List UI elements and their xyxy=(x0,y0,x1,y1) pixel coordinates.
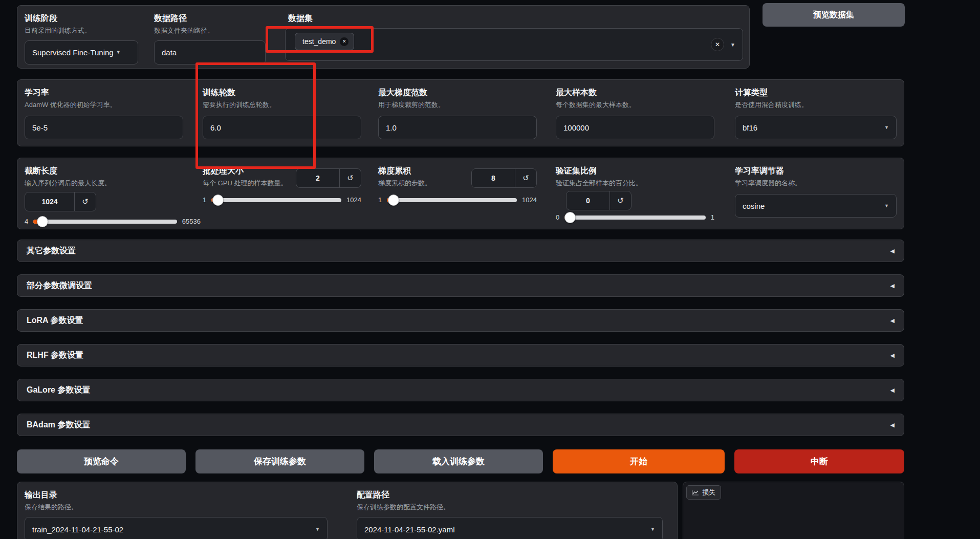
preview-command-button[interactable]: 预览命令 xyxy=(17,449,186,473)
load-args-button[interactable]: 载入训练参数 xyxy=(374,449,543,473)
config-path-value: 2024-11-04-21-55-02.yaml xyxy=(364,525,455,534)
reset-icon[interactable]: ↺ xyxy=(609,191,631,210)
accordion-label: 其它参数设置 xyxy=(27,245,76,256)
data-path-label: 数据路径 xyxy=(154,13,271,24)
grad-accum-slider[interactable] xyxy=(387,198,517,202)
cutoff-len-number-input[interactable]: 1024 ↺ xyxy=(25,192,96,211)
cutoff-len-slider[interactable] xyxy=(33,220,177,224)
slider-handle[interactable] xyxy=(564,212,576,223)
max-grad-norm-desc: 用于梯度裁剪的范数。 xyxy=(378,100,537,110)
val-size-number-input[interactable]: 0 ↺ xyxy=(566,191,631,210)
lr-scheduler-dropdown[interactable]: cosine ▼ xyxy=(735,194,897,218)
batch-size-value: 2 xyxy=(296,169,339,187)
grad-accum-field: 梯度累积 梯度累积的步数。 8 ↺ 1 1024 xyxy=(378,165,537,204)
val-size-desc: 验证集占全部样本的百分比。 xyxy=(556,179,714,188)
max-samples-desc: 每个数据集的最大样本数。 xyxy=(556,100,714,110)
batch-size-max: 1024 xyxy=(346,196,361,204)
basic-params-panel: 学习率 AdamW 优化器的初始学习率。 5e-5 训练轮数 需要执行的训练总轮… xyxy=(17,79,904,146)
epochs-value: 6.0 xyxy=(210,123,221,132)
cutoff-len-value: 1024 xyxy=(25,192,74,211)
compute-type-desc: 是否使用混合精度训练。 xyxy=(735,100,894,110)
chevron-left-icon: ◀ xyxy=(890,387,895,394)
epochs-desc: 需要执行的训练总轮数。 xyxy=(203,100,361,110)
max-samples-input[interactable]: 100000 xyxy=(556,116,714,139)
batch-size-number-input[interactable]: 2 ↺ xyxy=(296,168,361,188)
reset-icon[interactable]: ↺ xyxy=(74,192,96,211)
accordion-badam-params[interactable]: BAdam 参数设置 ◀ xyxy=(17,414,904,436)
dataset-chip-label: test_demo xyxy=(302,37,336,46)
slider-handle[interactable] xyxy=(388,195,399,206)
accordion-label: RLHF 参数设置 xyxy=(27,350,83,361)
output-dir-value: train_2024-11-04-21-55-02 xyxy=(32,525,123,534)
val-size-slider[interactable] xyxy=(564,215,706,220)
learning-rate-input[interactable]: 5e-5 xyxy=(25,116,183,139)
chevron-down-icon[interactable]: ▼ xyxy=(730,42,735,48)
epochs-label: 训练轮数 xyxy=(203,87,361,98)
reset-icon[interactable]: ↺ xyxy=(339,169,361,187)
chevron-left-icon: ◀ xyxy=(890,283,895,289)
dataset-multiselect[interactable]: test_demo ✕ ✕ ▼ xyxy=(285,28,743,61)
accordion-freeze-params[interactable]: 部分参数微调设置 ◀ xyxy=(17,274,904,297)
max-grad-norm-input[interactable]: 1.0 xyxy=(378,116,537,139)
lr-scheduler-value: cosine xyxy=(743,202,765,210)
grad-accum-value: 8 xyxy=(472,169,515,187)
accordion-rlhf-params[interactable]: RLHF 参数设置 ◀ xyxy=(17,344,904,366)
grad-accum-max: 1024 xyxy=(522,196,537,204)
chevron-down-icon: ▼ xyxy=(315,527,320,532)
chevron-down-icon: ▼ xyxy=(884,125,889,130)
data-path-input[interactable]: data xyxy=(154,40,266,64)
cutoff-len-max: 65536 xyxy=(182,218,201,225)
output-dir-field: 输出目录 保存结果的路径。 train_2024-11-04-21-55-02 … xyxy=(25,489,332,539)
accordion-extra-params[interactable]: 其它参数设置 ◀ xyxy=(17,240,904,262)
training-stage-label: 训练阶段 xyxy=(25,13,143,24)
learning-rate-field: 学习率 AdamW 优化器的初始学习率。 5e-5 xyxy=(25,87,183,139)
accordion-lora-params[interactable]: LoRA 参数设置 ◀ xyxy=(17,309,904,332)
slider-handle[interactable] xyxy=(212,195,224,206)
training-stage-field: 训练阶段 目前采用的训练方式。 Supervised Fine-Tuning ▼ xyxy=(25,13,143,64)
dataset-chip[interactable]: test_demo ✕ xyxy=(295,33,354,50)
max-grad-norm-value: 1.0 xyxy=(386,123,397,132)
val-size-label: 验证集比例 xyxy=(556,165,714,177)
grad-accum-number-input[interactable]: 8 ↺ xyxy=(471,168,537,188)
max-samples-value: 100000 xyxy=(563,123,589,132)
training-stage-value: Supervised Fine-Tuning xyxy=(32,48,114,57)
output-dir-desc: 保存结果的路径。 xyxy=(25,503,332,512)
loss-label: 损失 xyxy=(702,488,715,497)
learning-rate-value: 5e-5 xyxy=(32,123,48,132)
epochs-input[interactable]: 6.0 xyxy=(203,116,361,139)
output-dir-dropdown[interactable]: train_2024-11-04-21-55-02 ▼ xyxy=(25,517,328,539)
lr-scheduler-label: 学习率调节器 xyxy=(735,165,894,177)
slider-handle[interactable] xyxy=(37,216,48,227)
val-size-max: 1 xyxy=(711,213,714,221)
lr-scheduler-desc: 学习率调度器的名称。 xyxy=(735,179,894,188)
abort-button[interactable]: 中断 xyxy=(734,449,904,473)
learning-rate-desc: AdamW 优化器的初始学习率。 xyxy=(25,100,183,110)
accordion-label: BAdam 参数设置 xyxy=(27,419,90,430)
batch-size-field: 批处理大小 每个 GPU 处理的样本数量。 2 ↺ 1 1024 xyxy=(203,165,361,204)
preview-dataset-button[interactable]: 预览数据集 xyxy=(763,3,905,27)
clear-all-icon[interactable]: ✕ xyxy=(711,38,724,51)
training-stage-dropdown[interactable]: Supervised Fine-Tuning ▼ xyxy=(25,40,138,64)
data-path-field: 数据路径 数据文件夹的路径。 data xyxy=(154,13,271,64)
reset-icon[interactable]: ↺ xyxy=(515,169,536,187)
chip-remove-icon[interactable]: ✕ xyxy=(340,37,349,46)
accordion-galore-params[interactable]: GaLore 参数设置 ◀ xyxy=(17,379,904,401)
start-button[interactable]: 开始 xyxy=(553,449,725,473)
compute-type-dropdown[interactable]: bf16 ▼ xyxy=(735,116,897,139)
loss-plot-tag: 损失 xyxy=(686,485,721,500)
cutoff-len-desc: 输入序列分词后的最大长度。 xyxy=(25,179,201,188)
grad-accum-min: 1 xyxy=(378,196,382,204)
save-args-button[interactable]: 保存训练参数 xyxy=(195,449,364,473)
accordion-label: GaLore 参数设置 xyxy=(27,384,90,396)
config-path-desc: 保存训练参数的配置文件路径。 xyxy=(357,503,664,512)
max-grad-norm-label: 最大梯度范数 xyxy=(378,87,537,98)
lr-scheduler-field: 学习率调节器 学习率调度器的名称。 cosine ▼ xyxy=(735,165,894,218)
training-stage-desc: 目前采用的训练方式。 xyxy=(25,26,143,35)
batch-size-desc: 每个 GPU 处理的样本数量。 xyxy=(203,179,295,188)
config-path-dropdown[interactable]: 2024-11-04-21-55-02.yaml ▼ xyxy=(357,517,663,539)
batch-size-slider[interactable] xyxy=(211,198,341,202)
cutoff-len-label: 截断长度 xyxy=(25,165,201,177)
accordion-label: 部分参数微调设置 xyxy=(27,280,92,291)
config-path-field: 配置路径 保存训练参数的配置文件路径。 2024-11-04-21-55-02.… xyxy=(357,489,664,539)
max-samples-label: 最大样本数 xyxy=(556,87,714,98)
